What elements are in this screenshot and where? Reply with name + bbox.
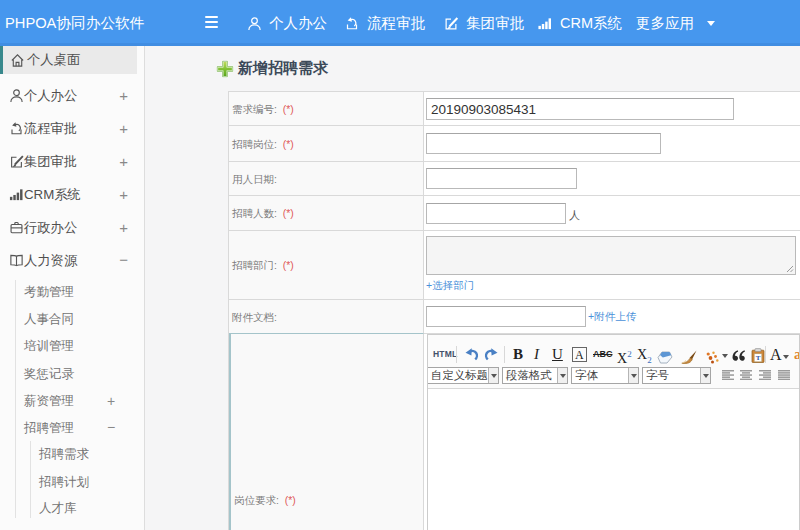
svg-text:T: T bbox=[756, 354, 761, 362]
